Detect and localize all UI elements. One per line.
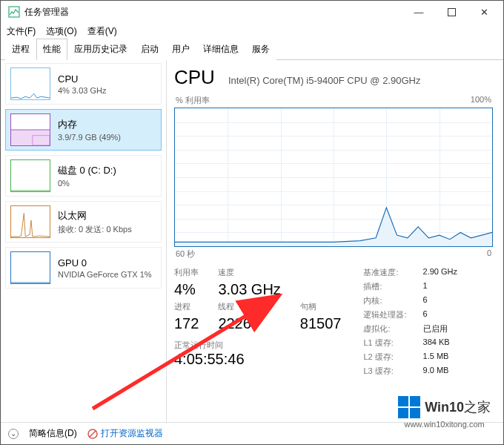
disk-sub: 0% xyxy=(58,179,116,188)
sidebar: CPU 4% 3.03 GHz 内存 3.9/7.9 GB (49%) xyxy=(1,60,167,422)
l3-k: L3 缓存: xyxy=(363,366,406,377)
sockets-k: 插槽: xyxy=(363,281,406,292)
sidebar-item-memory[interactable]: 内存 3.9/7.9 GB (49%) xyxy=(5,109,162,151)
tab-services[interactable]: 服务 xyxy=(245,39,276,60)
cores-v: 6 xyxy=(423,295,457,306)
svg-marker-7 xyxy=(175,208,492,246)
content: CPU 4% 3.03 GHz 内存 3.9/7.9 GB (49%) xyxy=(1,60,503,422)
graph-x-right: 0 xyxy=(487,248,491,260)
sidebar-item-ethernet[interactable]: 以太网 接收: 0 发送: 0 Kbps xyxy=(5,201,162,243)
tab-processes[interactable]: 进程 xyxy=(5,39,36,60)
gpu-title: GPU 0 xyxy=(58,257,152,268)
stats: 利用率 速度 4% 3.03 GHz 进程 线程 句柄 172 2226 815… xyxy=(174,267,493,377)
virt-v: 已启用 xyxy=(423,323,457,334)
gpu-mini-chart xyxy=(10,251,50,284)
graph-y-labels: % 利用率 100% xyxy=(174,95,493,106)
cpu-graph-line xyxy=(175,108,492,246)
base-speed-v: 2.90 GHz xyxy=(423,267,457,278)
uptime-label: 正常运行时间 xyxy=(174,340,341,351)
titlebar: 任务管理器 — ✕ xyxy=(1,1,503,23)
thr-value: 2226 xyxy=(218,315,280,332)
cpu-mini-chart xyxy=(10,67,50,100)
base-speed-k: 基准速度: xyxy=(363,267,406,278)
footer: ⌄ 简略信息(D) 打开资源监视器 xyxy=(1,422,503,444)
main-panel: CPU Intel(R) Core(TM) i5-9400F CPU @ 2.9… xyxy=(167,60,503,422)
tab-startup[interactable]: 启动 xyxy=(134,39,165,60)
thr-label: 线程 xyxy=(218,301,280,312)
menu-options[interactable]: 选项(O) xyxy=(46,25,76,38)
tab-app-history[interactable]: 应用历史记录 xyxy=(67,39,134,60)
graph-label-right: 100% xyxy=(471,95,491,106)
proc-value: 172 xyxy=(174,315,199,332)
window-title: 任务管理器 xyxy=(24,6,402,19)
cpu-title: CPU xyxy=(58,73,106,85)
cores-k: 内核: xyxy=(363,295,406,306)
app-icon xyxy=(8,6,20,18)
sidebar-item-disk[interactable]: 磁盘 0 (C: D:) 0% xyxy=(5,155,162,197)
proc-label: 进程 xyxy=(174,301,199,312)
fewer-details-link[interactable]: 简略信息(D) xyxy=(29,427,77,440)
cpu-name: Intel(R) Core(TM) i5-9400F CPU @ 2.90GHz xyxy=(228,75,421,86)
svg-rect-2 xyxy=(11,130,50,145)
uptime-value: 4:05:55:46 xyxy=(174,351,341,368)
stats-left: 利用率 速度 4% 3.03 GHz 进程 线程 句柄 172 2226 815… xyxy=(174,267,341,332)
l3-v: 9.0 MB xyxy=(423,366,457,377)
util-label: 利用率 xyxy=(174,267,199,278)
memory-mini-chart xyxy=(10,113,50,146)
graph-x-left: 60 秒 xyxy=(176,248,195,260)
memory-title: 内存 xyxy=(58,118,121,131)
tab-performance[interactable]: 性能 xyxy=(36,39,67,60)
chevron-down-icon[interactable]: ⌄ xyxy=(8,429,19,439)
util-value: 4% xyxy=(174,281,199,298)
close-button[interactable]: ✕ xyxy=(468,1,500,23)
tab-details[interactable]: 详细信息 xyxy=(196,39,245,60)
graph-x-labels: 60 秒 0 xyxy=(176,248,491,260)
virt-k: 虚拟化: xyxy=(363,323,406,334)
resource-monitor-icon xyxy=(87,429,98,439)
menubar: 文件(F) 选项(O) 查看(V) xyxy=(1,23,503,39)
main-header: CPU Intel(R) Core(TM) i5-9400F CPU @ 2.9… xyxy=(174,66,493,89)
disk-mini-chart xyxy=(10,159,50,192)
l2-k: L2 缓存: xyxy=(363,352,406,363)
logical-proc-k: 逻辑处理器: xyxy=(363,309,406,320)
l1-k: L1 缓存: xyxy=(363,337,406,349)
hnd-label: 句柄 xyxy=(300,301,342,312)
hnd-value: 81507 xyxy=(300,315,342,332)
gpu-sub: NVIDIA GeForce GTX 1% xyxy=(58,270,152,279)
stats-right: 基准速度:2.90 GHz 插槽:1 内核:6 逻辑处理器:6 虚拟化:已启用 … xyxy=(363,267,457,377)
speed-label: 速度 xyxy=(218,267,280,278)
memory-sub: 3.9/7.9 GB (49%) xyxy=(58,133,121,142)
open-resource-monitor-link[interactable]: 打开资源监视器 xyxy=(87,427,163,440)
sidebar-item-gpu[interactable]: GPU 0 NVIDIA GeForce GTX 1% xyxy=(5,247,162,289)
sidebar-item-cpu[interactable]: CPU 4% 3.03 GHz xyxy=(5,63,162,105)
minimize-button[interactable]: — xyxy=(402,1,435,23)
l1-v: 384 KB xyxy=(423,337,457,349)
svg-rect-1 xyxy=(448,8,455,16)
resmon-label: 打开资源监视器 xyxy=(101,427,163,440)
page-title: CPU xyxy=(174,66,215,89)
sockets-v: 1 xyxy=(423,281,457,292)
tab-users[interactable]: 用户 xyxy=(165,39,196,60)
disk-title: 磁盘 0 (C: D:) xyxy=(58,164,116,177)
cpu-sub: 4% 3.03 GHz xyxy=(58,86,106,95)
speed-value: 3.03 GHz xyxy=(218,281,280,298)
menu-view[interactable]: 查看(V) xyxy=(87,25,117,38)
eth-mini-chart xyxy=(10,205,50,238)
menu-file[interactable]: 文件(F) xyxy=(7,25,36,38)
l2-v: 1.5 MB xyxy=(423,352,457,363)
uptime: 正常运行时间 4:05:55:46 xyxy=(174,340,341,368)
svg-line-10 xyxy=(90,431,96,437)
tabs: 进程 性能 应用历史记录 启动 用户 详细信息 服务 xyxy=(1,39,503,60)
task-manager-window: 任务管理器 — ✕ 文件(F) 选项(O) 查看(V) 进程 性能 应用历史记录… xyxy=(0,0,504,445)
cpu-utilization-graph[interactable] xyxy=(174,108,493,247)
maximize-button[interactable] xyxy=(435,1,468,23)
eth-sub: 接收: 0 发送: 0 Kbps xyxy=(58,224,132,235)
logical-proc-v: 6 xyxy=(423,309,457,320)
eth-title: 以太网 xyxy=(58,209,132,222)
graph-label-left: % 利用率 xyxy=(176,95,210,106)
